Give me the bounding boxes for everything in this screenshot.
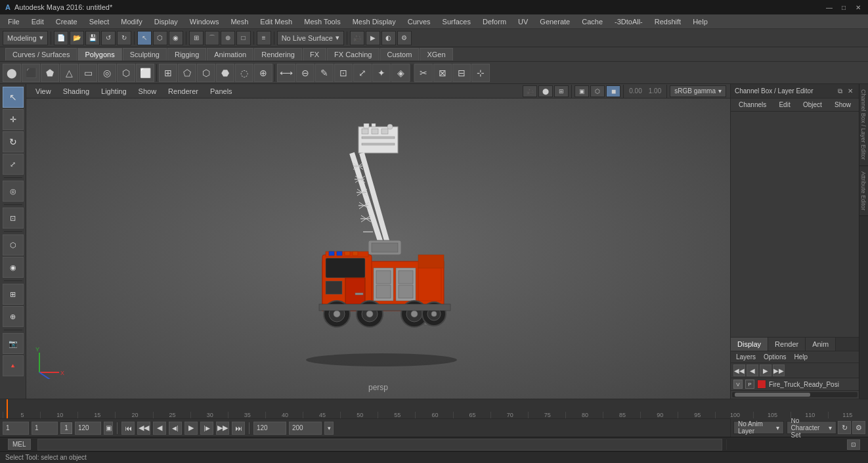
paint-select-btn[interactable]: ◉ [3,257,24,278]
transport-prev-frame-btn[interactable]: ◀ [153,422,166,435]
le-layers-menu[interactable]: Layers [733,353,758,361]
script-editor-btn[interactable]: ⊡ [847,439,860,450]
redo-btn[interactable]: ↻ [117,31,131,45]
move-tool-btn[interactable]: ✛ [3,109,24,130]
shelf-icon-fill-hole[interactable]: ⬣ [216,64,234,82]
menu-display[interactable]: Display [149,16,183,27]
menu-generate[interactable]: Generate [534,16,575,27]
channel-box-vtab[interactable]: Channel Box / Layer Editor [859,84,868,166]
last-used-tool-btn[interactable]: ◎ [3,181,24,202]
shelf-tab-curves[interactable]: Curves / Surfaces [5,48,77,60]
shelf-tab-polygons[interactable]: Polygons [77,48,121,60]
shelf-icon-split[interactable]: ⊟ [452,64,471,82]
shelf-icon-paint[interactable]: ◈ [391,64,410,82]
shelf-icon-6[interactable]: ◎ [98,64,116,82]
shelf-icon-8[interactable]: ⬜ [136,64,154,82]
open-scene-btn[interactable]: 📂 [70,31,84,45]
rotate-tool-btn[interactable]: ↻ [3,131,24,152]
workspace-dropdown[interactable]: Modeling ▾ [3,31,48,45]
menu-modify[interactable]: Modify [116,16,147,27]
menu-curves[interactable]: Curves [402,16,436,27]
new-scene-btn[interactable]: 📄 [54,31,68,45]
shelf-tab-xgen[interactable]: XGen [420,48,452,60]
layer-color-swatch[interactable] [757,380,766,389]
shelf-icon-2[interactable]: ⬛ [22,64,40,82]
anim-layer-dropdown[interactable]: No Anim Layer ▾ [733,421,784,434]
shelf-icon-mirror[interactable]: ⟷ [277,64,295,82]
shelf-icon-smooth[interactable]: ◌ [235,64,253,82]
menu-redshift[interactable]: Redshift [649,16,686,27]
shelf-icon-1[interactable]: ⬤ [3,64,21,82]
vp-select-camera-btn[interactable]: ⬤ [538,85,553,97]
cb-object-tab[interactable]: Object [799,100,826,110]
shelf-icon-4[interactable]: △ [60,64,78,82]
vp-menu-show[interactable]: Show [133,86,162,97]
soft-select-btn[interactable]: ⊕ [3,306,24,327]
frame-range-expand-btn[interactable]: ▣ [104,422,113,435]
cb-show-tab[interactable]: Show [831,100,855,110]
shelf-icon-uv[interactable]: ⊡ [334,64,353,82]
shelf-icon-bridge[interactable]: ⬡ [197,64,215,82]
playback-end-input[interactable] [289,422,322,435]
close-button[interactable]: ✕ [854,3,863,12]
construction-history-btn[interactable]: ≡ [257,31,271,45]
menu-mesh-tools[interactable]: Mesh Tools [299,16,345,27]
menu-edit-mesh[interactable]: Edit Mesh [255,16,297,27]
cb-channels-tab[interactable]: Channels [735,100,770,110]
shelf-tab-rendering[interactable]: Rendering [254,48,302,60]
sculpt-btn[interactable]: 🔺 [3,355,24,376]
le-nav-btn-3[interactable]: ▶ [760,364,771,376]
anim-options-btn[interactable]: ⚙ [852,421,865,434]
menu-file[interactable]: File [3,16,25,27]
attribute-editor-vtab[interactable]: Attribute Editor [859,166,868,217]
shelf-icon-cut[interactable]: ✂ [414,64,433,82]
shelf-icon-3[interactable]: ⬟ [41,64,59,82]
le-nav-btn-2[interactable]: ◀ [747,364,758,376]
vp-menu-lighting[interactable]: Lighting [96,86,132,97]
snap-point-btn[interactable]: ⊕ [221,31,235,45]
vp-camera-btn[interactable]: 🎥 [523,85,537,97]
select-tool-btn[interactable]: ↖ [137,31,152,45]
menu-select[interactable]: Select [84,16,115,27]
render-settings-btn[interactable]: ⚙ [397,31,412,45]
shelf-icon-7[interactable]: ⬡ [117,64,135,82]
timeline-playhead[interactable] [7,399,8,418]
vp-shaded-btn[interactable]: ◼ [606,85,620,97]
select-tool-left-btn[interactable]: ↖ [3,87,24,108]
vp-menu-renderer[interactable]: Renderer [163,86,204,97]
snap-surface-btn[interactable]: □ [236,31,251,45]
transport-next-key2-btn[interactable]: |▶ [200,422,213,435]
shelf-icon-sculpt[interactable]: ✎ [315,64,334,82]
le-options-menu[interactable]: Options [761,353,789,361]
frame-start-input[interactable] [3,422,29,435]
shelf-icon-combine[interactable]: ⊕ [254,64,272,82]
snap-grid-btn[interactable]: ⊞ [189,31,204,45]
show-manipulator-btn[interactable]: ⊡ [3,208,24,229]
shelf-tab-fx[interactable]: FX [303,48,326,60]
cam-render-btn[interactable]: 🎥 [350,31,364,45]
transport-play-btn[interactable]: ▶ [184,422,198,435]
shelf-tab-fx-caching[interactable]: FX Caching [327,48,379,60]
snap-curve-btn[interactable]: ⌒ [205,31,219,45]
vp-smooth-btn[interactable]: ⬡ [590,85,605,97]
paint-tool-btn[interactable]: ◉ [169,31,183,45]
frame-current-input[interactable] [32,422,58,435]
vp-grid-btn[interactable]: ⊞ [554,85,569,97]
shelf-icon-merge[interactable]: ⊠ [433,64,452,82]
layer-scrollbar[interactable] [732,392,857,397]
character-set-dropdown[interactable]: No Character Set ▾ [787,421,837,434]
shelf-tab-animation[interactable]: Animation [207,48,253,60]
shelf-icon-5[interactable]: ▭ [79,64,97,82]
scale-tool-btn[interactable]: ⤢ [3,154,24,175]
menu-windows[interactable]: Windows [184,16,225,27]
menu-mesh-display[interactable]: Mesh Display [347,16,401,27]
menu-create[interactable]: Create [51,16,83,27]
mel-language-btn[interactable]: MEL [8,439,31,450]
color-space-dropdown[interactable]: sRGB gamma ▾ [670,85,726,97]
shelf-tab-rigging[interactable]: Rigging [167,48,206,60]
le-nav-btn-1[interactable]: ◀◀ [733,364,745,376]
menu-deform[interactable]: Deform [477,16,511,27]
shelf-icon-transfer[interactable]: ⤢ [353,64,372,82]
undo-btn[interactable]: ↺ [101,31,116,45]
lasso-select-btn[interactable]: ⬡ [3,234,24,255]
